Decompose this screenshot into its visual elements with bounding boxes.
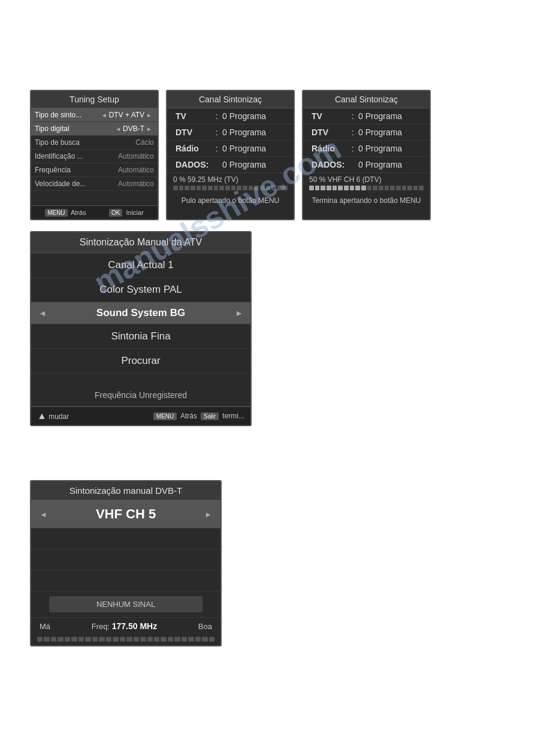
canal-value: 0 Programa xyxy=(222,160,285,169)
menu-label: Tipo de sinto... xyxy=(35,111,99,119)
canal-sep: : xyxy=(211,144,222,153)
canal-label: DTV xyxy=(176,127,211,137)
salir-button[interactable]: Salir termi... xyxy=(201,412,244,420)
freq-row: Má Freq: 177.50 MHz Boa xyxy=(31,617,220,634)
canal-label: DADOS: xyxy=(312,160,347,169)
canal-value: 0 Programa xyxy=(358,111,421,121)
atv-bottom-bar: ▲ mudar MENU Atrás Salir termi... xyxy=(31,406,250,425)
canal-value: 0 Programa xyxy=(222,144,285,153)
canal-label: DADOS: xyxy=(176,160,211,169)
signal-box: NENHUM SINAL xyxy=(49,596,202,612)
panel-tuning-bottom: MENU Atrás OK Iniciar xyxy=(31,205,158,219)
menu-value: Automático xyxy=(118,180,154,188)
panel-atv: Sintonização Manual da ATV Canal Actual … xyxy=(30,231,252,426)
menu-row-tipo-busca: Tipo de busca Cácio xyxy=(31,136,158,150)
canal-row-dtv: DTV : 0 Programa xyxy=(167,125,294,141)
atv-row-canal: Canal Actual 1 xyxy=(31,253,250,278)
menu-label: Tipo digital xyxy=(35,125,113,133)
row3: Sintonização manual DVB-T ◄ VHF CH 5 ► N… xyxy=(30,480,523,646)
menu-row-tipo-sinto[interactable]: Tipo de sinto... ◄ DTV + ATV ► xyxy=(31,108,158,122)
arrow-left-icon: ◄ xyxy=(38,308,47,318)
canal-sep: : xyxy=(347,144,358,153)
panel-dvbt-title: Sintonização manual DVB-T xyxy=(31,481,220,500)
menu-value: DTV + ATV xyxy=(109,111,144,119)
atv-row-procurar[interactable]: Procurar xyxy=(31,349,250,374)
canal-value: 0 Programa xyxy=(358,160,421,169)
dvbt-empty-3 xyxy=(31,570,220,591)
menu-row-tipo-digital[interactable]: Tipo digital ◄ DVB-T ► xyxy=(31,122,158,136)
canal-row-dados: DADOS: 0 Programa xyxy=(167,157,294,173)
progress-text: 50 % VHF CH 6 (DTV) xyxy=(309,175,424,184)
dvbt-channel-row[interactable]: ◄ VHF CH 5 ► xyxy=(31,500,220,529)
salir-key: Salir xyxy=(201,412,219,420)
arrow-right-icon: ► xyxy=(235,308,243,318)
canal-label: Rádio xyxy=(312,144,347,153)
termi-label: termi... xyxy=(222,412,244,420)
freq-quality-right: Boa xyxy=(198,622,212,631)
progress-area: 50 % VHF CH 6 (DTV) xyxy=(303,173,430,193)
freq-value: 177.50 MHz xyxy=(112,621,157,631)
menu-row-identificacao: Identificação ... Automático xyxy=(31,150,158,163)
up-arrow-icon: ▲ xyxy=(37,411,47,421)
arrow-left-icon: ◄ xyxy=(99,112,109,119)
sound-system-label: Sound System BG xyxy=(52,307,230,319)
canal-row-radio: Rádio : 0 Programa xyxy=(167,141,294,157)
start-label: Iniciar xyxy=(126,209,144,216)
canal-row-dtv: DTV : 0 Programa xyxy=(303,125,430,141)
progress-bar xyxy=(173,186,288,190)
canal-value: 0 Programa xyxy=(222,127,285,137)
menu-key: MENU xyxy=(153,412,177,420)
freq-area: Frequência Unregistered xyxy=(31,374,250,406)
page-container: manualsshive.com Tuning Setup Tipo de si… xyxy=(0,0,535,756)
canal-row-tv: TV : 0 Programa xyxy=(167,108,294,125)
dvbt-empty-1 xyxy=(31,529,220,549)
back-label: Atrás xyxy=(71,209,86,216)
arrow-right-icon: ► xyxy=(144,112,154,119)
menu-value: Cácio xyxy=(135,138,154,147)
canal-row-tv: TV : 0 Programa xyxy=(303,108,430,125)
canal-label: TV xyxy=(176,111,211,121)
atras-label: Atrás xyxy=(180,412,197,420)
canal1-bottom-text: Pulo apertando o botão MENU xyxy=(167,193,294,208)
atv-row-sintonia: Sintonia Fina xyxy=(31,324,250,349)
canal-sep: : xyxy=(211,111,222,121)
canal-row-dados: DADOS: 0 Programa xyxy=(303,157,430,173)
panel-canal-1: Canal Sintonizaç TV : 0 Programa DTV : 0… xyxy=(166,90,295,220)
menu-row-frequencia: Frequência Automático xyxy=(31,163,158,177)
progress-area: 0 % 59.25 MHz (TV) xyxy=(167,173,294,193)
arrow-left-icon: ◄ xyxy=(40,510,47,519)
menu-value: Automático xyxy=(118,166,154,174)
start-button[interactable]: OK Iniciar xyxy=(109,209,144,216)
row1: Tuning Setup Tipo de sinto... ◄ DTV + AT… xyxy=(30,90,523,220)
channel-label: VHF CH 5 xyxy=(52,506,200,522)
panel-tuning: Tuning Setup Tipo de sinto... ◄ DTV + AT… xyxy=(30,90,159,220)
menu-label: Frequência xyxy=(35,166,118,174)
dvbt-empty-2 xyxy=(31,549,220,570)
mudar-label: mudar xyxy=(49,412,69,421)
canal-value: 0 Programa xyxy=(222,111,285,121)
menu-back-button[interactable]: MENU Atrás xyxy=(153,412,197,420)
arrow-right-icon: ► xyxy=(144,126,154,132)
freq-mid: Freq: 177.50 MHz xyxy=(92,621,157,631)
arrow-right-icon: ► xyxy=(204,510,212,519)
panel-atv-title: Sintonização Manual da ATV xyxy=(31,232,250,253)
ok-key: OK xyxy=(109,209,122,217)
menu-row-velocidade: Velocidade de... Automático xyxy=(31,177,158,191)
canal-row-radio: Rádio : 0 Programa xyxy=(303,141,430,157)
mudar-button[interactable]: ▲ mudar xyxy=(37,411,69,421)
panel-dvbt: Sintonização manual DVB-T ◄ VHF CH 5 ► N… xyxy=(30,480,222,646)
menu-label: Velocidade de... xyxy=(35,180,118,188)
menu-key: MENU xyxy=(45,209,67,217)
freq-mid-label: Freq: xyxy=(92,622,110,631)
panel-canal2-title: Canal Sintonizaç xyxy=(303,91,430,108)
nav-buttons: MENU Atrás Salir termi... xyxy=(153,412,244,420)
freq-label: Frequência Unregistered xyxy=(38,390,243,400)
panel-tuning-title: Tuning Setup xyxy=(31,91,158,108)
canal-value: 0 Programa xyxy=(358,144,421,153)
back-button[interactable]: MENU Atrás xyxy=(45,209,86,216)
progress-bar xyxy=(309,186,424,190)
canal-sep: : xyxy=(347,127,358,137)
freq-quality-left: Má xyxy=(40,622,50,631)
canal-sep: : xyxy=(211,127,222,137)
atv-row-sound[interactable]: ◄ Sound System BG ► xyxy=(31,302,250,324)
